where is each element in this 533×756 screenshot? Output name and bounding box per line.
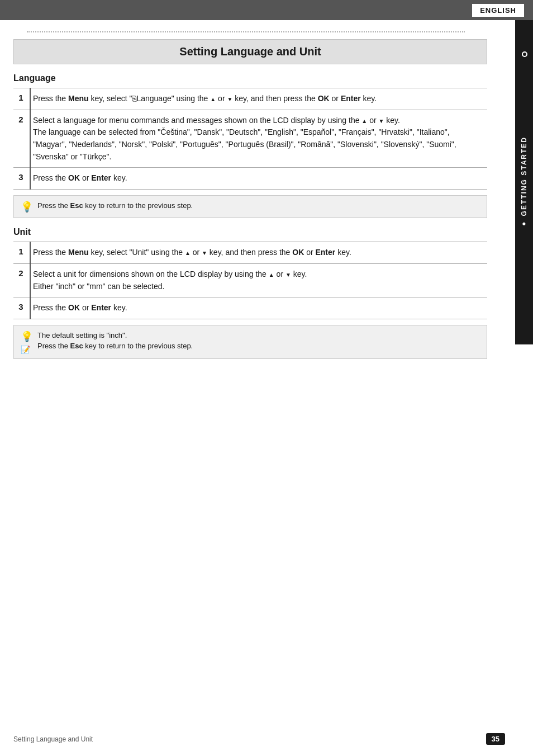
step-number: 2 bbox=[13, 263, 30, 297]
bold-ok: OK bbox=[318, 94, 330, 103]
top-bar: ENGLISH bbox=[0, 0, 533, 20]
sidebar-dot bbox=[522, 51, 527, 57]
note-icon-2: 📝 bbox=[21, 345, 33, 354]
language-section-heading: Language bbox=[13, 73, 487, 83]
step-content: Press the OK or Enter key. bbox=[30, 297, 487, 319]
unit-section-heading: Unit bbox=[13, 227, 487, 237]
step-number: 1 bbox=[13, 242, 30, 264]
table-row: 2 Select a unit for dimensions shown on … bbox=[13, 263, 487, 297]
step-number: 3 bbox=[13, 168, 30, 190]
bold-esc: Esc bbox=[70, 342, 83, 350]
arrow-down-icon bbox=[227, 94, 232, 103]
main-content: Setting Language and Unit Language 1 Pre… bbox=[0, 20, 515, 379]
step-content: Press the OK or Enter key. bbox=[30, 168, 487, 190]
unit-note-box: 💡 📝 The default setting is "inch". Press… bbox=[13, 325, 487, 359]
footer: Setting Language and Unit 35 bbox=[0, 733, 533, 745]
step-content: Press the Menu key, select "Unit" using … bbox=[30, 242, 487, 264]
unit-note-text: The default setting is "inch". Press the… bbox=[37, 330, 193, 352]
language-note-box: 💡 Press the Esc key to return to the pre… bbox=[13, 195, 487, 218]
step-number: 2 bbox=[13, 110, 30, 168]
step-number: 3 bbox=[13, 297, 30, 319]
bold-ok: OK bbox=[292, 248, 304, 257]
note-icon-stack: 💡 📝 bbox=[21, 330, 33, 354]
step-content: Select a language for menu commands and … bbox=[30, 110, 487, 168]
sidebar-label: ● GETTING STARTED bbox=[520, 136, 528, 228]
bold-enter: Enter bbox=[315, 248, 335, 257]
bold-enter: Enter bbox=[341, 94, 361, 103]
arrow-down-icon bbox=[202, 248, 207, 257]
arrow-down-icon bbox=[285, 270, 291, 278]
table-row: 3 Press the OK or Enter key. bbox=[13, 168, 487, 190]
table-row: 3 Press the OK or Enter key. bbox=[13, 297, 487, 319]
bold-menu: Menu bbox=[68, 94, 89, 103]
bold-menu: Menu bbox=[68, 248, 89, 257]
page-title-box: Setting Language and Unit bbox=[13, 39, 487, 64]
unit-note-line1: The default setting is "inch". bbox=[37, 331, 127, 339]
footer-text: Setting Language and Unit bbox=[13, 735, 93, 743]
step-number: 1 bbox=[13, 88, 30, 110]
step-content: Select a unit for dimensions shown on th… bbox=[30, 263, 487, 297]
note-text: Press the Esc key to return to the previ… bbox=[37, 200, 193, 211]
note-icon: 💡 bbox=[21, 330, 33, 343]
page-title: Setting Language and Unit bbox=[14, 45, 487, 58]
bold-esc: Esc bbox=[70, 201, 83, 210]
unit-steps-table: 1 Press the Menu key, select "Unit" usin… bbox=[13, 242, 487, 319]
arrow-up-icon bbox=[269, 270, 274, 278]
bold-ok: OK bbox=[68, 303, 80, 312]
table-row: 1 Press the Menu key, select "Unit" usin… bbox=[13, 242, 487, 264]
table-row: 1 Press the Menu key, select "⎘Language"… bbox=[13, 88, 487, 110]
arrow-up-icon bbox=[185, 248, 191, 257]
bold-enter: Enter bbox=[91, 173, 111, 182]
page-number: 35 bbox=[486, 733, 505, 745]
table-row: 2 Select a language for menu commands an… bbox=[13, 110, 487, 168]
arrow-up-icon bbox=[361, 116, 367, 125]
language-label: ENGLISH bbox=[472, 4, 524, 17]
dotted-separator bbox=[27, 31, 465, 32]
step-content: Press the Menu key, select "⎘Language" u… bbox=[30, 88, 487, 110]
bold-enter: Enter bbox=[91, 303, 111, 312]
note-icon: 💡 bbox=[21, 201, 33, 213]
bold-ok: OK bbox=[68, 173, 80, 182]
right-sidebar: ● GETTING STARTED bbox=[515, 20, 533, 344]
arrow-down-icon bbox=[378, 116, 384, 125]
arrow-up-icon bbox=[210, 94, 216, 103]
language-steps-table: 1 Press the Menu key, select "⎘Language"… bbox=[13, 88, 487, 190]
